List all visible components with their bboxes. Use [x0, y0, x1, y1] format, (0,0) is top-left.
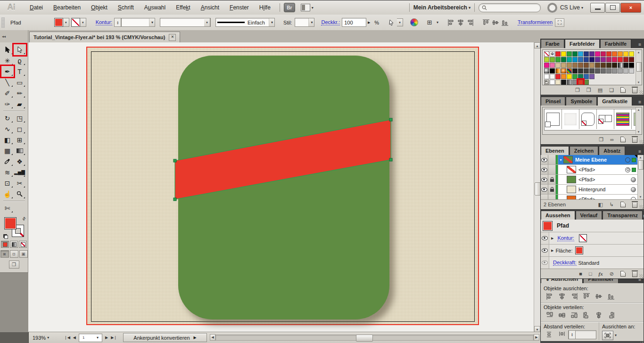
swatch[interactable]: [567, 51, 572, 57]
close-button[interactable]: ×: [620, 3, 641, 13]
free-transform-tool[interactable]: ◻: [14, 123, 26, 134]
swatch[interactable]: [606, 57, 611, 62]
swatch[interactable]: [567, 57, 572, 62]
trash-icon[interactable]: [632, 202, 637, 208]
zoom-level-select[interactable]: 193% ▾: [33, 335, 63, 341]
layer-name[interactable]: <Pfad>: [578, 167, 595, 172]
zoom-tool[interactable]: [14, 188, 26, 199]
swatch[interactable]: [544, 57, 549, 62]
isolate-object-button[interactable]: ⛶: [555, 18, 564, 27]
scroll-left-icon[interactable]: ◀: [210, 334, 215, 341]
layer-row-main[interactable]: ▼Meine Ebene: [558, 155, 638, 164]
swatch[interactable]: [589, 51, 594, 57]
rectangle-tool[interactable]: ▭: [14, 77, 26, 88]
lock-toggle[interactable]: [548, 185, 556, 194]
bridge-button[interactable]: Br: [284, 3, 295, 12]
swatch[interactable]: [578, 63, 583, 68]
swatch[interactable]: [601, 63, 606, 68]
spacing-value-field[interactable]: ▲▼: [568, 330, 596, 339]
distribute-hcenter-button[interactable]: [593, 310, 605, 320]
vertical-scrollbar[interactable]: ▲ ▼: [534, 42, 540, 332]
trash-icon[interactable]: [632, 271, 637, 277]
first-artboard-button[interactable]: ❘◀: [64, 335, 70, 340]
clipping-mask-icon[interactable]: ◧: [598, 202, 603, 208]
swatch[interactable]: [555, 80, 561, 85]
swatch[interactable]: [578, 51, 583, 57]
tab-swatches-farbhilfe[interactable]: Farbhilfe: [600, 39, 631, 48]
swatch[interactable]: [601, 80, 606, 85]
swatch[interactable]: [595, 63, 600, 68]
swatch[interactable]: [572, 63, 578, 68]
align-right-button[interactable]: [568, 292, 580, 301]
symbol-sprayer-tool[interactable]: ≋: [1, 167, 14, 178]
app-logo-icon[interactable]: Ai: [3, 2, 20, 13]
swatch[interactable]: [623, 80, 628, 85]
resize-grip[interactable]: [639, 205, 643, 209]
eraser-tool[interactable]: ▰: [14, 98, 26, 109]
scrollbar-thumb[interactable]: [356, 335, 373, 342]
swatch[interactable]: [567, 68, 572, 74]
scroll-up-icon[interactable]: ▲: [636, 107, 641, 112]
slice-tool[interactable]: ✂: [14, 178, 26, 188]
paintbrush-tool[interactable]: ✐: [1, 88, 14, 98]
color-group-icon[interactable]: ❒: [586, 87, 591, 93]
disclosure-triangle-icon[interactable]: ▼: [559, 158, 562, 162]
swatch[interactable]: [544, 63, 549, 68]
distribute-bottom-button[interactable]: [568, 310, 580, 320]
perspective-grid-tool[interactable]: ⊞: [14, 134, 26, 145]
swatch[interactable]: [567, 80, 572, 85]
swatch[interactable]: [561, 51, 566, 57]
distribute-vcenter-button[interactable]: [556, 310, 568, 320]
align-hcenter-button[interactable]: [456, 18, 465, 27]
trash-icon[interactable]: [632, 137, 637, 143]
visibility-toggle[interactable]: [541, 175, 548, 184]
chevron-down-icon[interactable]: ▾: [63, 18, 69, 27]
blank-style[interactable]: [562, 109, 579, 129]
menu-fenster[interactable]: Fenster: [224, 2, 254, 13]
variable-width-profile-select[interactable]: Einfach ▾: [215, 18, 275, 27]
horizontal-scrollbar[interactable]: ◀ ▶: [210, 334, 539, 341]
swatch[interactable]: [629, 63, 634, 68]
menu-effekt[interactable]: Effekt: [171, 2, 195, 13]
scale-tool[interactable]: ◳: [14, 113, 26, 123]
tab-styles-symbole[interactable]: Symbole: [566, 97, 597, 106]
visibility-eye-icon[interactable]: [542, 261, 548, 265]
scrollbar-thumb[interactable]: [638, 160, 644, 170]
swatch[interactable]: [555, 57, 561, 62]
width-tool[interactable]: ∿: [1, 123, 14, 134]
distribute-left-button[interactable]: [580, 310, 593, 320]
type-tool[interactable]: T: [14, 66, 26, 77]
blend-tool[interactable]: ❖: [14, 156, 26, 167]
draw-inside-button[interactable]: ▣: [19, 250, 28, 258]
status-menu-icon[interactable]: ▶: [194, 335, 197, 340]
swatch[interactable]: [618, 57, 623, 62]
new-swatch-icon[interactable]: [620, 87, 626, 93]
tab-appearance-aussehen[interactable]: Aussehen: [541, 211, 575, 220]
swatch[interactable]: [550, 74, 555, 79]
styles-scrollbar[interactable]: ▲ ▼: [636, 107, 642, 134]
swatch[interactable]: [629, 51, 634, 57]
menu-hilfe[interactable]: Hilfe: [254, 2, 276, 13]
swatch[interactable]: [584, 57, 589, 62]
swatch[interactable]: [618, 63, 623, 68]
align-right-button[interactable]: [465, 18, 475, 27]
lock-toggle[interactable]: [548, 195, 556, 199]
swatch[interactable]: [623, 51, 628, 57]
line-segment-tool[interactable]: ╲: [1, 77, 14, 88]
swatch[interactable]: [572, 57, 578, 62]
selected-swatch[interactable]: [578, 80, 583, 85]
visibility-toggle[interactable]: [541, 185, 548, 194]
scrollbar-track[interactable]: [215, 335, 534, 341]
swatch[interactable]: [555, 74, 561, 79]
artboard-number-select[interactable]: 1 ▾: [79, 334, 102, 342]
swatch[interactable]: [595, 80, 600, 85]
swatch[interactable]: [601, 68, 606, 74]
clear-appearance-icon[interactable]: □: [589, 271, 592, 277]
appearance-fill-row[interactable]: ▶ Fläche:: [541, 245, 644, 257]
workspace-switcher[interactable]: Mein Arbeitsbereich ▾: [413, 4, 471, 11]
swatch[interactable]: [544, 74, 549, 79]
blob-brush-tool[interactable]: ✑: [1, 98, 14, 109]
opacity-presets-button[interactable]: ▶: [366, 18, 372, 26]
swatch[interactable]: [623, 68, 628, 74]
swatch[interactable]: [612, 57, 617, 62]
